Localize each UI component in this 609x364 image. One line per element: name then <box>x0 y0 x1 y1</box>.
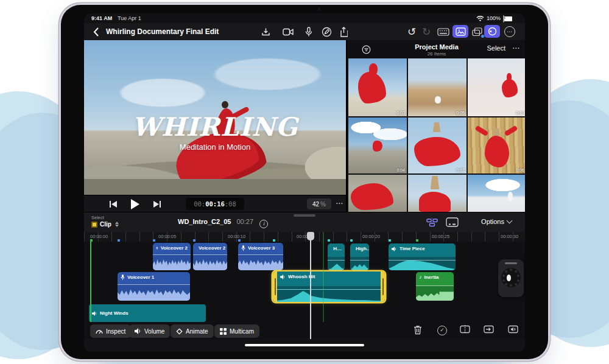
media-thumbnail[interactable]: 0:06 <box>468 117 525 173</box>
options-label: Options <box>481 218 504 225</box>
clip-appearance-icon[interactable] <box>445 216 459 228</box>
media-thumbnail[interactable] <box>468 175 525 212</box>
record-video-icon[interactable] <box>281 26 295 38</box>
timeline-clip-voiceover2b[interactable]: Voiceover 2 <box>193 243 227 270</box>
playhead[interactable] <box>310 232 311 339</box>
record-audio-icon[interactable] <box>303 25 314 38</box>
selected-clip-info: WD_Intro_C2_05 00:27 i <box>84 218 362 228</box>
home-indicator[interactable] <box>245 344 364 346</box>
timeline-start-line <box>90 242 91 322</box>
media-thumbnail[interactable]: 0:04 <box>348 117 407 173</box>
ipad-device: 9:41 AM Tue Apr 1 100% Whirling Document… <box>61 5 548 359</box>
zoom-unit: % <box>320 201 326 208</box>
mic-icon <box>121 275 125 281</box>
front-camera <box>317 7 321 11</box>
viewer-zoom-control[interactable]: 42 % <box>307 198 331 209</box>
split-clip-button[interactable] <box>460 325 470 336</box>
media-select-button[interactable]: Select <box>487 44 505 52</box>
battery-icon <box>503 15 504 23</box>
project-title: Whirling Documentary Final Edit <box>106 27 219 36</box>
volume-button[interactable]: Volume <box>129 324 170 338</box>
speaker-icon <box>92 311 97 316</box>
delete-button[interactable] <box>414 325 422 337</box>
timeline-clip-voiceover3[interactable]: Voiceover 3 <box>238 243 283 270</box>
animate-button[interactable]: Animate <box>171 324 214 338</box>
timeline-clip-h[interactable]: H… <box>328 243 345 270</box>
play-button[interactable] <box>129 198 140 210</box>
clips-icon[interactable] <box>470 26 484 38</box>
mic-icon <box>156 245 158 251</box>
timeline-clip-whooshhit-selected[interactable]: Whoosh Hit <box>273 271 385 302</box>
panel-resize-handle[interactable] <box>294 214 315 217</box>
timeline-clip-voiceover2a[interactable]: Voiceover 2 <box>153 243 191 270</box>
top-toolbar: Whirling Documentary Final Edit ↺ ↻ <box>84 23 525 41</box>
media-thumbnail[interactable] <box>408 175 466 212</box>
jog-dial[interactable] <box>501 268 521 287</box>
inspector-icon <box>96 328 103 334</box>
media-thumbnail[interactable]: 0:10 <box>468 58 525 116</box>
ruler-label: 00:00:30 <box>501 234 518 239</box>
selected-clip-name: WD_Intro_C2_05 <box>178 218 231 225</box>
keyboard-icon[interactable] <box>436 27 451 37</box>
subtitle-overlay: Meditation in Motion <box>84 142 346 152</box>
draw-tool-icon[interactable] <box>320 26 333 38</box>
dancer-head <box>222 101 228 108</box>
timeline-ruler[interactable]: 00:00:00 00:00:05 00:00:10 00:00:15 00:0… <box>84 232 525 242</box>
media-panel-count: 26 Items <box>347 51 525 57</box>
media-thumbnail[interactable]: 0:02 <box>408 117 466 173</box>
wifi-icon <box>476 16 484 23</box>
screen: 9:41 AM Tue Apr 1 100% Whirling Document… <box>84 13 525 352</box>
magnetic-timeline-icon[interactable] <box>425 217 438 228</box>
media-browser-icon[interactable] <box>452 25 468 38</box>
timecode-display[interactable]: 00:00:16:08 <box>186 198 244 210</box>
timeline-clip-timepiece[interactable]: Time Piece <box>389 243 456 270</box>
share-icon[interactable] <box>337 25 350 38</box>
timeline-header: Select Clip WD_Intro_C2_05 00:27 i <box>84 212 525 233</box>
timeline-clip-voiceover1[interactable]: Voiceover 1 <box>118 272 190 301</box>
battery-percent: 100% <box>487 15 501 21</box>
timeline-clip-high[interactable]: High… <box>350 243 369 270</box>
clip-duration-badge: 0:05 <box>456 111 465 115</box>
more-options-icon[interactable]: ⋯ <box>504 26 515 37</box>
skip-forward-icon[interactable] <box>152 200 162 208</box>
trim-handle-left[interactable] <box>273 271 277 302</box>
redo-icon[interactable]: ↻ <box>420 26 432 38</box>
insert-clip-button[interactable] <box>484 325 494 336</box>
media-thumbnail[interactable]: 0:03 <box>348 58 407 116</box>
jog-drag-handle[interactable] <box>505 262 517 264</box>
inspect-button[interactable]: Inspect <box>90 324 131 338</box>
timeline-clip-nightwinds[interactable]: Night Winds <box>89 304 206 322</box>
clip-duration-badge: 0:06 <box>516 168 524 172</box>
import-icon[interactable] <box>259 26 272 38</box>
multicam-button[interactable]: Multicam <box>214 324 259 338</box>
selected-clip-duration: 00:27 <box>237 218 254 225</box>
approve-button[interactable]: ✓ <box>437 326 447 335</box>
viewer-more-icon[interactable]: ⋯ <box>336 199 343 208</box>
media-panel: Project Media 26 Items Select ⋯ 0:03 0:0… <box>346 40 525 212</box>
jog-marker <box>507 275 511 281</box>
options-button[interactable]: Options <box>481 218 512 225</box>
media-more-icon[interactable]: ⋯ <box>512 44 520 52</box>
audio-clip-button[interactable] <box>508 325 518 336</box>
page-background: 9:41 AM Tue Apr 1 100% Whirling Document… <box>0 0 609 364</box>
trim-handle-right[interactable] <box>381 271 385 302</box>
viewer: WHIRLING Meditation in Motion <box>84 40 346 195</box>
jog-wheel[interactable] <box>498 259 524 297</box>
clip-duration-badge: 0:03 <box>396 111 405 115</box>
media-thumbnail[interactable]: 0:05 <box>408 58 466 116</box>
undo-icon[interactable]: ↺ <box>406 26 418 38</box>
media-thumbnail[interactable] <box>348 175 407 212</box>
back-button[interactable] <box>90 26 101 37</box>
status-bar: 9:41 AM Tue Apr 1 100% <box>84 13 525 23</box>
playhead-handle[interactable] <box>307 232 314 240</box>
marker-line <box>323 232 324 322</box>
speaker-icon <box>280 275 286 279</box>
status-date: Tue Apr 1 <box>118 15 141 21</box>
skip-back-icon[interactable] <box>108 200 118 208</box>
jog-wheel-toggle-icon[interactable] <box>484 25 500 38</box>
speaker-icon <box>392 247 397 251</box>
info-icon[interactable]: i <box>259 220 268 228</box>
ruler-label: 00:00:25 <box>432 234 449 239</box>
timeline-panel: Select Clip WD_Intro_C2_05 00:27 i <box>84 212 525 352</box>
timeline-clip-inertia[interactable]: ♪Inertia <box>416 272 454 301</box>
